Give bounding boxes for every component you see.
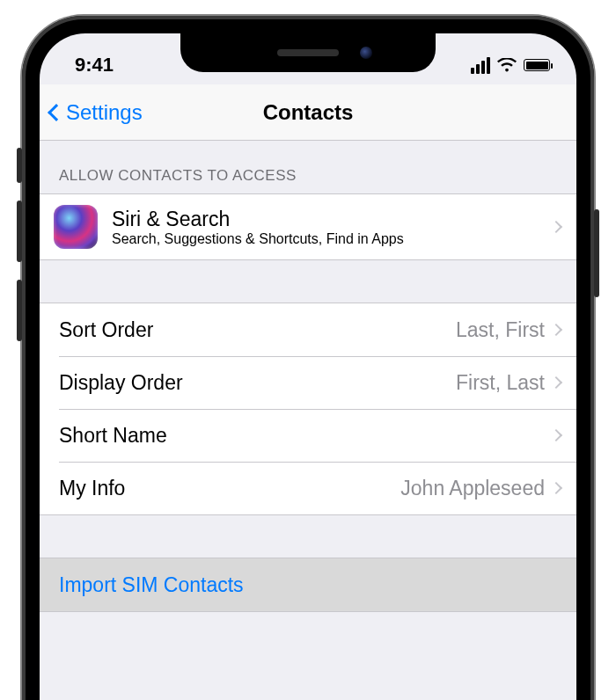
sort-order-value: Last, First bbox=[456, 318, 552, 342]
section-header-access: Allow Contacts to Access bbox=[40, 141, 576, 193]
group-ordering: Sort Order Last, First Display Order Fir… bbox=[40, 303, 576, 515]
volume-down-button bbox=[17, 280, 22, 341]
sort-order-cell[interactable]: Sort Order Last, First bbox=[40, 303, 576, 356]
wifi-icon bbox=[497, 58, 517, 72]
chevron-right-icon bbox=[550, 376, 562, 389]
chevron-left-icon bbox=[48, 104, 65, 121]
group-access: Siri & Search Search, Suggestions & Shor… bbox=[40, 193, 576, 260]
display-order-cell[interactable]: Display Order First, Last bbox=[40, 356, 576, 409]
back-label: Settings bbox=[66, 100, 143, 125]
notch bbox=[180, 33, 436, 72]
back-button[interactable]: Settings bbox=[50, 100, 143, 125]
speaker-grille bbox=[277, 49, 339, 56]
short-name-cell[interactable]: Short Name bbox=[40, 409, 576, 462]
siri-title: Siri & Search bbox=[112, 208, 552, 231]
chevron-right-icon bbox=[550, 324, 562, 336]
volume-up-button bbox=[17, 201, 22, 262]
siri-icon bbox=[54, 205, 98, 249]
import-sim-contacts-cell[interactable]: Import SIM Contacts bbox=[40, 558, 576, 611]
import-sim-label: Import SIM Contacts bbox=[59, 573, 244, 597]
navigation-bar: Settings Contacts bbox=[40, 84, 576, 141]
group-import: Import SIM Contacts bbox=[40, 558, 576, 612]
display-order-label: Display Order bbox=[59, 371, 183, 395]
display-order-value: First, Last bbox=[456, 371, 552, 395]
my-info-cell[interactable]: My Info John Appleseed bbox=[40, 462, 576, 514]
sort-order-label: Sort Order bbox=[59, 318, 153, 342]
front-camera bbox=[360, 47, 372, 59]
short-name-label: Short Name bbox=[59, 424, 167, 448]
phone-frame: 9:41 Settings Contacts Allow Contacts to… bbox=[22, 16, 594, 700]
chevron-right-icon bbox=[550, 482, 562, 494]
my-info-value: John Appleseed bbox=[400, 477, 552, 500]
my-info-label: My Info bbox=[59, 477, 125, 500]
status-time: 9:41 bbox=[75, 54, 114, 77]
settings-content[interactable]: Allow Contacts to Access Siri & Search S… bbox=[40, 141, 576, 700]
screen: 9:41 Settings Contacts Allow Contacts to… bbox=[40, 33, 576, 700]
siri-subtitle: Search, Suggestions & Shortcuts, Find in… bbox=[112, 231, 552, 247]
chevron-right-icon bbox=[550, 429, 562, 441]
status-indicators bbox=[471, 57, 550, 74]
cellular-signal-icon bbox=[471, 57, 490, 74]
battery-icon bbox=[524, 59, 550, 71]
siri-search-cell[interactable]: Siri & Search Search, Suggestions & Shor… bbox=[40, 194, 576, 259]
chevron-right-icon bbox=[550, 221, 562, 233]
power-button bbox=[594, 209, 599, 297]
mute-switch bbox=[17, 148, 22, 183]
